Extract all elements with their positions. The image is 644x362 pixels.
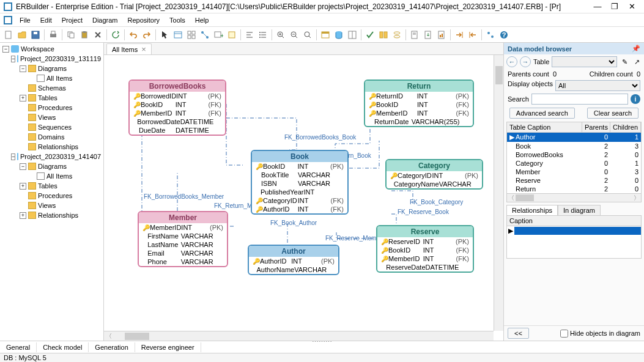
table-row[interactable]: Category01	[507, 159, 641, 168]
open-icon[interactable]	[16, 29, 28, 41]
tree-tables[interactable]: +Tables	[0, 93, 103, 103]
redo-icon[interactable]	[141, 29, 153, 41]
tree-relationships[interactable]: Relationships	[0, 142, 103, 152]
menu-tools[interactable]: Tools	[165, 15, 190, 25]
check-icon[interactable]	[364, 29, 376, 41]
workspace-tree[interactable]: −Workspace −Project_20230319_131119 −Dia…	[0, 43, 103, 221]
tab-check-model[interactable]: Check model	[37, 342, 89, 352]
tab-relationships[interactable]: Relationships	[506, 205, 558, 215]
tree-schemas[interactable]: Schemas	[0, 83, 103, 93]
close-button[interactable]: ✕	[623, 1, 640, 13]
align-icon[interactable]	[243, 29, 256, 41]
caption-row[interactable]: ▶	[507, 226, 641, 235]
copy-icon[interactable]	[65, 29, 77, 41]
entity-member[interactable]: Member 🔑MemberIDINT(PK)FirstNameVARCHARL…	[138, 211, 228, 267]
new-icon[interactable]	[2, 29, 15, 41]
table-row[interactable]: ▶Author01	[507, 133, 641, 142]
minimize-button[interactable]: —	[589, 1, 606, 13]
delete-icon[interactable]	[92, 29, 104, 41]
clear-search-button[interactable]: Clear search	[587, 108, 638, 119]
entity-book[interactable]: Book 🔑BookIDINT(PK)BookTitleVARCHARISBNV…	[251, 150, 349, 215]
tree-views[interactable]: Views	[0, 201, 103, 210]
menu-diagram[interactable]: Diagram	[87, 15, 123, 25]
zoom-in-icon[interactable]	[275, 29, 287, 41]
entity-author[interactable]: Author 🔑AuthorIDINT(PK)AuthorNameVARCHAR	[248, 245, 339, 275]
table-row[interactable]: Return20	[507, 185, 641, 193]
back-icon[interactable]: ←	[506, 56, 517, 67]
tree-all-items[interactable]: All Items	[0, 73, 103, 83]
settings-icon[interactable]	[484, 29, 497, 41]
table-row[interactable]: Book23	[507, 142, 641, 150]
tables-grid[interactable]: Table Caption Parents Children ▶Author01…	[506, 122, 642, 202]
search-input[interactable]	[531, 94, 628, 105]
info-icon[interactable]: i	[631, 94, 640, 104]
pointer-icon[interactable]	[158, 29, 171, 41]
save-icon[interactable]	[29, 29, 42, 41]
entity-return[interactable]: Return 🔑ReturnIDINT(PK)🔑BookIDINT(FK)🔑Me…	[364, 79, 474, 127]
table-row[interactable]: Reserve20	[507, 176, 641, 185]
menu-help[interactable]: Help	[190, 15, 214, 25]
menu-edit[interactable]: Edit	[35, 15, 57, 25]
layout-icon[interactable]	[346, 29, 358, 41]
forward-icon[interactable]: →	[520, 56, 531, 67]
edit-icon[interactable]: ✎	[620, 57, 629, 67]
tree-project[interactable]: −Project_20230319_141407	[0, 152, 103, 161]
tree-relationships[interactable]: +Relationships	[0, 210, 103, 220]
undo-icon[interactable]	[127, 29, 139, 41]
tree-root[interactable]: −Workspace	[0, 44, 103, 54]
sync-icon[interactable]	[391, 29, 403, 41]
canvas-scrollbar-horizontal[interactable]: 〈	[104, 331, 494, 341]
tree-procedures[interactable]: Procedures	[0, 191, 103, 201]
table-select[interactable]	[552, 56, 617, 67]
grid-icon[interactable]	[185, 29, 198, 41]
tree-views[interactable]: Views	[0, 113, 103, 122]
tab-in-diagram[interactable]: In diagram	[558, 205, 601, 215]
tree-domains[interactable]: Domains	[0, 132, 103, 142]
caption-grid[interactable]: Caption ▶	[506, 216, 642, 259]
goto-icon[interactable]: ↗	[632, 57, 642, 67]
report-icon[interactable]	[435, 29, 448, 41]
list-icon[interactable]	[257, 29, 269, 41]
entity-category[interactable]: Category 🔑CategoryIDINT(PK)CategoryNameV…	[385, 159, 483, 190]
help-icon[interactable]: ?	[498, 29, 510, 41]
tree-all-items[interactable]: All Items	[0, 171, 103, 181]
prev-button[interactable]: <<	[508, 328, 529, 339]
menu-project[interactable]: Project	[57, 15, 87, 25]
window-icon[interactable]	[319, 29, 331, 41]
relation-icon[interactable]	[199, 29, 211, 41]
tables-grid-scrollbar[interactable]: 〈〉	[507, 193, 641, 202]
entity-borrowedbooks[interactable]: BorrowedBooks 🔑BorrowedIDINT(PK)🔑BookIDI…	[128, 79, 226, 136]
note-icon[interactable]	[226, 29, 238, 41]
add-table-icon[interactable]: +	[212, 29, 224, 41]
print-icon[interactable]	[47, 29, 59, 41]
zoom-fit-icon[interactable]	[302, 29, 314, 41]
tree-diagrams[interactable]: −Diagrams	[0, 161, 103, 171]
paste-icon[interactable]	[78, 29, 91, 41]
import-icon[interactable]	[453, 29, 465, 41]
table-icon[interactable]	[172, 29, 184, 41]
advanced-search-button[interactable]: Advanced search	[509, 108, 575, 119]
tab-generation[interactable]: Generation	[89, 342, 135, 352]
tab-reverse[interactable]: Reverse engineer	[135, 342, 201, 352]
diagram-canvas[interactable]: FK_BorrowedBooks_Book FK_Return_Book FK_…	[104, 55, 503, 341]
export2-icon[interactable]	[467, 29, 479, 41]
display-objects-select[interactable]: All	[555, 80, 640, 91]
export-icon[interactable]	[422, 29, 434, 41]
compare-icon[interactable]	[377, 29, 390, 41]
hide-objects-checkbox[interactable]: Hide objects in diagram	[560, 330, 640, 338]
tree-project[interactable]: −Project_20230319_131119	[0, 54, 103, 64]
maximize-button[interactable]: ❐	[606, 1, 623, 13]
tree-sequences[interactable]: Sequences	[0, 122, 103, 132]
canvas-tab-all-items[interactable]: All Items ×	[106, 43, 152, 54]
refresh-icon[interactable]	[109, 29, 122, 41]
script-icon[interactable]	[409, 29, 421, 41]
zoom-out-icon[interactable]	[288, 29, 300, 41]
tab-general[interactable]: General	[0, 342, 37, 352]
db-icon[interactable]	[333, 29, 345, 41]
tree-diagrams[interactable]: −Diagrams	[0, 64, 103, 73]
canvas-scrollbar-vertical[interactable]	[494, 55, 503, 331]
tree-tables[interactable]: +Tables	[0, 181, 103, 191]
table-row[interactable]: Member03	[507, 168, 641, 176]
close-icon[interactable]: ×	[141, 45, 146, 53]
entity-reserve[interactable]: Reserve 🔑ReserveIDINT(PK)🔑BookIDINT(FK)🔑…	[376, 225, 474, 273]
